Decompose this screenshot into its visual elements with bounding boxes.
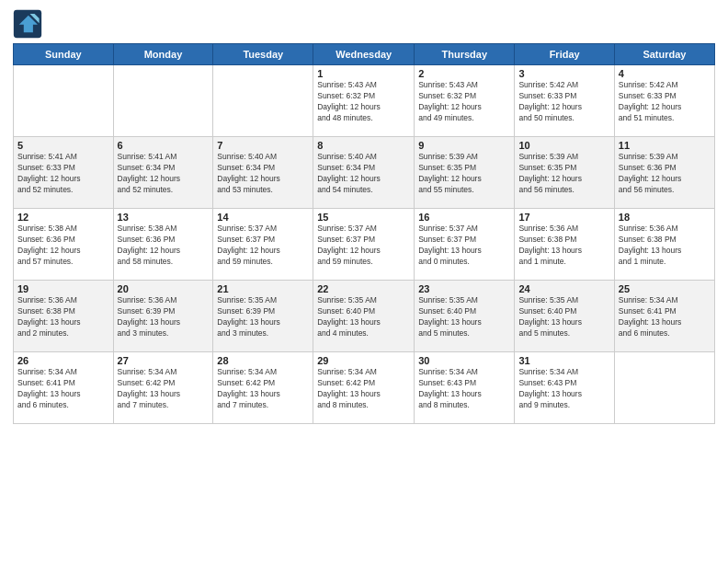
calendar-cell xyxy=(113,65,213,137)
day-number: 14 xyxy=(217,212,309,223)
header-day-friday: Friday xyxy=(515,44,614,65)
calendar-cell: 18Sunrise: 5:36 AM Sunset: 6:38 PM Dayli… xyxy=(614,209,714,281)
day-info: Sunrise: 5:36 AM Sunset: 6:39 PM Dayligh… xyxy=(118,295,210,339)
day-number: 21 xyxy=(217,283,309,294)
day-number: 25 xyxy=(619,283,711,294)
calendar-cell: 24Sunrise: 5:35 AM Sunset: 6:40 PM Dayli… xyxy=(515,281,614,352)
day-info: Sunrise: 5:34 AM Sunset: 6:42 PM Dayligh… xyxy=(317,367,410,411)
day-info: Sunrise: 5:37 AM Sunset: 6:37 PM Dayligh… xyxy=(418,224,510,268)
day-number: 18 xyxy=(619,212,711,223)
day-info: Sunrise: 5:35 AM Sunset: 6:40 PM Dayligh… xyxy=(518,295,609,339)
calendar-cell: 9Sunrise: 5:39 AM Sunset: 6:35 PM Daylig… xyxy=(415,137,515,209)
day-number: 9 xyxy=(418,140,510,151)
day-info: Sunrise: 5:36 AM Sunset: 6:38 PM Dayligh… xyxy=(619,224,711,268)
day-info: Sunrise: 5:37 AM Sunset: 6:37 PM Dayligh… xyxy=(217,224,309,268)
day-info: Sunrise: 5:34 AM Sunset: 6:43 PM Dayligh… xyxy=(518,367,609,411)
calendar-week-row: 19Sunrise: 5:36 AM Sunset: 6:38 PM Dayli… xyxy=(14,281,715,352)
day-info: Sunrise: 5:42 AM Sunset: 6:33 PM Dayligh… xyxy=(518,80,609,124)
day-number: 5 xyxy=(17,140,109,151)
calendar-cell: 30Sunrise: 5:34 AM Sunset: 6:43 PM Dayli… xyxy=(415,352,515,424)
day-number: 16 xyxy=(418,212,510,223)
calendar-cell: 8Sunrise: 5:40 AM Sunset: 6:34 PM Daylig… xyxy=(313,137,415,209)
calendar-cell: 15Sunrise: 5:37 AM Sunset: 6:37 PM Dayli… xyxy=(313,209,415,281)
calendar-week-row: 5Sunrise: 5:41 AM Sunset: 6:33 PM Daylig… xyxy=(14,137,715,209)
calendar-cell: 10Sunrise: 5:39 AM Sunset: 6:35 PM Dayli… xyxy=(515,137,614,209)
calendar-cell: 14Sunrise: 5:37 AM Sunset: 6:37 PM Dayli… xyxy=(213,209,313,281)
day-number: 19 xyxy=(17,283,109,294)
logo-icon xyxy=(13,9,42,39)
day-number: 30 xyxy=(418,355,510,366)
day-info: Sunrise: 5:34 AM Sunset: 6:41 PM Dayligh… xyxy=(17,367,109,411)
header-day-thursday: Thursday xyxy=(415,44,515,65)
header-day-wednesday: Wednesday xyxy=(313,44,415,65)
day-number: 29 xyxy=(317,355,410,366)
day-number: 7 xyxy=(217,140,309,151)
calendar-table: SundayMondayTuesdayWednesdayThursdayFrid… xyxy=(13,43,715,424)
day-number: 10 xyxy=(518,140,609,151)
day-number: 27 xyxy=(118,355,210,366)
day-info: Sunrise: 5:34 AM Sunset: 6:42 PM Dayligh… xyxy=(118,367,210,411)
day-info: Sunrise: 5:37 AM Sunset: 6:37 PM Dayligh… xyxy=(317,224,410,268)
calendar-cell: 11Sunrise: 5:39 AM Sunset: 6:36 PM Dayli… xyxy=(614,137,714,209)
calendar-week-row: 1Sunrise: 5:43 AM Sunset: 6:32 PM Daylig… xyxy=(14,65,715,137)
day-info: Sunrise: 5:35 AM Sunset: 6:40 PM Dayligh… xyxy=(317,295,410,339)
calendar-header-row: SundayMondayTuesdayWednesdayThursdayFrid… xyxy=(14,44,715,65)
calendar-cell: 22Sunrise: 5:35 AM Sunset: 6:40 PM Dayli… xyxy=(313,281,415,352)
day-number: 11 xyxy=(619,140,711,151)
day-info: Sunrise: 5:42 AM Sunset: 6:33 PM Dayligh… xyxy=(619,80,711,124)
day-info: Sunrise: 5:41 AM Sunset: 6:34 PM Dayligh… xyxy=(118,152,210,196)
header-day-saturday: Saturday xyxy=(614,44,714,65)
day-number: 13 xyxy=(118,212,210,223)
day-number: 2 xyxy=(418,68,510,79)
day-info: Sunrise: 5:35 AM Sunset: 6:39 PM Dayligh… xyxy=(217,295,309,339)
header xyxy=(13,9,715,39)
day-number: 23 xyxy=(418,283,510,294)
calendar-cell: 28Sunrise: 5:34 AM Sunset: 6:42 PM Dayli… xyxy=(213,352,313,424)
calendar-week-row: 12Sunrise: 5:38 AM Sunset: 6:36 PM Dayli… xyxy=(14,209,715,281)
day-info: Sunrise: 5:34 AM Sunset: 6:42 PM Dayligh… xyxy=(217,367,309,411)
calendar-cell: 20Sunrise: 5:36 AM Sunset: 6:39 PM Dayli… xyxy=(113,281,213,352)
calendar-cell: 16Sunrise: 5:37 AM Sunset: 6:37 PM Dayli… xyxy=(415,209,515,281)
day-number: 4 xyxy=(619,68,711,79)
calendar-cell: 23Sunrise: 5:35 AM Sunset: 6:40 PM Dayli… xyxy=(415,281,515,352)
calendar-cell: 31Sunrise: 5:34 AM Sunset: 6:43 PM Dayli… xyxy=(515,352,614,424)
day-info: Sunrise: 5:38 AM Sunset: 6:36 PM Dayligh… xyxy=(17,224,109,268)
day-number: 1 xyxy=(317,68,410,79)
calendar-cell: 27Sunrise: 5:34 AM Sunset: 6:42 PM Dayli… xyxy=(113,352,213,424)
day-info: Sunrise: 5:36 AM Sunset: 6:38 PM Dayligh… xyxy=(17,295,109,339)
calendar-cell: 21Sunrise: 5:35 AM Sunset: 6:39 PM Dayli… xyxy=(213,281,313,352)
day-number: 26 xyxy=(17,355,109,366)
calendar-cell: 26Sunrise: 5:34 AM Sunset: 6:41 PM Dayli… xyxy=(14,352,114,424)
calendar-cell: 25Sunrise: 5:34 AM Sunset: 6:41 PM Dayli… xyxy=(614,281,714,352)
day-number: 28 xyxy=(217,355,309,366)
day-number: 3 xyxy=(518,68,609,79)
day-info: Sunrise: 5:40 AM Sunset: 6:34 PM Dayligh… xyxy=(217,152,309,196)
calendar-cell: 3Sunrise: 5:42 AM Sunset: 6:33 PM Daylig… xyxy=(515,65,614,137)
day-info: Sunrise: 5:43 AM Sunset: 6:32 PM Dayligh… xyxy=(418,80,510,124)
calendar-cell: 13Sunrise: 5:38 AM Sunset: 6:36 PM Dayli… xyxy=(113,209,213,281)
day-number: 31 xyxy=(518,355,609,366)
day-number: 12 xyxy=(17,212,109,223)
calendar-cell: 2Sunrise: 5:43 AM Sunset: 6:32 PM Daylig… xyxy=(415,65,515,137)
calendar-cell xyxy=(213,65,313,137)
header-day-tuesday: Tuesday xyxy=(213,44,313,65)
calendar-week-row: 26Sunrise: 5:34 AM Sunset: 6:41 PM Dayli… xyxy=(14,352,715,424)
header-day-sunday: Sunday xyxy=(14,44,114,65)
calendar-cell xyxy=(614,352,714,424)
calendar-cell: 7Sunrise: 5:40 AM Sunset: 6:34 PM Daylig… xyxy=(213,137,313,209)
calendar-cell: 17Sunrise: 5:36 AM Sunset: 6:38 PM Dayli… xyxy=(515,209,614,281)
day-info: Sunrise: 5:34 AM Sunset: 6:43 PM Dayligh… xyxy=(418,367,510,411)
calendar-cell: 5Sunrise: 5:41 AM Sunset: 6:33 PM Daylig… xyxy=(14,137,114,209)
day-info: Sunrise: 5:34 AM Sunset: 6:41 PM Dayligh… xyxy=(619,295,711,339)
calendar-cell: 12Sunrise: 5:38 AM Sunset: 6:36 PM Dayli… xyxy=(14,209,114,281)
logo xyxy=(13,9,46,39)
calendar-cell: 1Sunrise: 5:43 AM Sunset: 6:32 PM Daylig… xyxy=(313,65,415,137)
day-number: 17 xyxy=(518,212,609,223)
calendar-cell xyxy=(14,65,114,137)
day-info: Sunrise: 5:39 AM Sunset: 6:35 PM Dayligh… xyxy=(518,152,609,196)
day-info: Sunrise: 5:39 AM Sunset: 6:36 PM Dayligh… xyxy=(619,152,711,196)
day-info: Sunrise: 5:36 AM Sunset: 6:38 PM Dayligh… xyxy=(518,224,609,268)
calendar-cell: 19Sunrise: 5:36 AM Sunset: 6:38 PM Dayli… xyxy=(14,281,114,352)
day-number: 8 xyxy=(317,140,410,151)
calendar-cell: 29Sunrise: 5:34 AM Sunset: 6:42 PM Dayli… xyxy=(313,352,415,424)
